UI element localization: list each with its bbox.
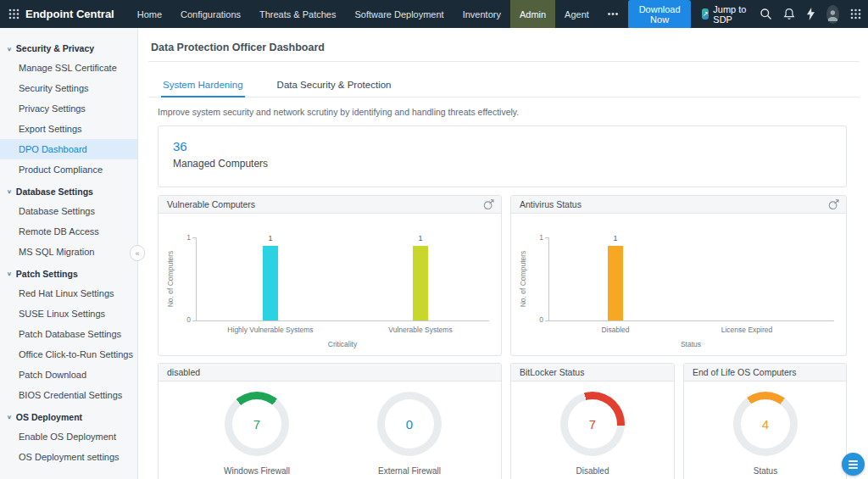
- bar-value: 1: [255, 234, 286, 242]
- sidebar-item-red-hat-linux-settings[interactable]: Red Hat Linux Settings: [0, 283, 137, 304]
- sidebar-section-patch-settings[interactable]: ∨ Patch Settings: [0, 262, 137, 283]
- y-tick-0: 0: [177, 315, 191, 324]
- sidebar-section-os-deployment[interactable]: ∨ OS Deployment: [0, 405, 137, 426]
- section-title: OS Deployment: [16, 412, 82, 422]
- donut-label: External Firewall: [359, 466, 460, 476]
- x-category: Highly Vulnerable Systems: [220, 326, 321, 334]
- donut-label: Windows Firewall: [206, 466, 308, 476]
- y-axis: [548, 237, 549, 320]
- nav-home[interactable]: Home: [128, 0, 171, 28]
- user-avatar[interactable]: [826, 5, 839, 24]
- sidebar-item-security-settings[interactable]: Security Settings: [0, 78, 137, 98]
- page-title: Data Protection Officer Dashboard: [151, 42, 325, 53]
- sidebar-item-product-compliance[interactable]: Product Compliance: [0, 159, 137, 180]
- nav-configurations[interactable]: Configurations: [171, 0, 250, 28]
- chevron-down-icon: ∨: [7, 188, 12, 194]
- tab-bar: System Hardening Data Security & Protect…: [148, 75, 860, 97]
- app-grid-icon[interactable]: [8, 8, 19, 19]
- tab-system-hardening[interactable]: System Hardening: [161, 75, 245, 97]
- sidebar-item-ms-sql-migration[interactable]: MS SQL Migration: [0, 242, 137, 262]
- sidebar-item-dpo-dashboard[interactable]: DPO Dashboard: [0, 139, 137, 159]
- sidebar-item-database-settings[interactable]: Database Settings: [0, 201, 137, 221]
- nav-more[interactable]: •••: [598, 0, 629, 28]
- divider: [148, 61, 860, 62]
- export-icon[interactable]: [483, 199, 494, 210]
- sidebar-item-patch-database-settings[interactable]: Patch Database Settings: [0, 324, 137, 344]
- x-axis: [196, 320, 489, 321]
- sidebar-section-security-privacy[interactable]: ∨ Security & Privacy: [0, 36, 137, 58]
- donut-bitlocker-disabled[interactable]: 7: [560, 392, 625, 456]
- nav-threats-patches[interactable]: Threats & Patches: [250, 0, 346, 28]
- managed-computers-count[interactable]: 36: [173, 139, 187, 153]
- top-navigation: Home Configurations Threats & Patches So…: [128, 0, 629, 28]
- sidebar-item-manage-ssl-certificate[interactable]: Manage SSL Certificate: [0, 58, 137, 78]
- x-axis-label: Status: [564, 340, 818, 348]
- sidebar-item-bios-credential-settings[interactable]: BIOS Credential Settings: [0, 385, 137, 405]
- x-category: Vulnerable Systems: [370, 326, 471, 334]
- sidebar-item-export-settings[interactable]: Export Settings: [0, 119, 137, 139]
- donut-value: 0: [377, 392, 442, 456]
- card-title: disabled: [167, 367, 200, 377]
- download-now-button[interactable]: Download Now: [628, 0, 691, 29]
- sidebar-collapse-handle[interactable]: «: [130, 245, 145, 261]
- card-header: Antivirus Status: [511, 196, 846, 214]
- card-header: End of Life OS Computers: [684, 364, 846, 382]
- sidebar-item-office-click-to-run-settings[interactable]: Office Click-to-Run Settings: [0, 344, 137, 365]
- donut-value: 4: [733, 392, 798, 456]
- apps-menu-icon[interactable]: [850, 8, 861, 19]
- hamburger-menu-icon: [849, 460, 858, 462]
- y-axis-label: No. of Computers: [166, 241, 175, 317]
- topbar-actions: Download Now ↗ Jump to SDP: [628, 0, 861, 29]
- bitlocker-donut: 7 Disabled: [511, 382, 674, 479]
- donut-value: 7: [225, 392, 289, 456]
- export-icon[interactable]: [828, 199, 839, 210]
- floating-menu-button[interactable]: [842, 453, 865, 476]
- donut-external-firewall[interactable]: 0: [377, 392, 442, 456]
- sidebar: ∨ Security & Privacy Manage SSL Certific…: [0, 28, 138, 479]
- app-window: Endpoint Central Home Configurations Thr…: [0, 0, 868, 479]
- bar-chart-vulnerable: No. of Computers 1 0 1 1 Highly Vulnerab…: [159, 214, 501, 354]
- chevron-down-icon: ∨: [7, 45, 12, 51]
- search-icon[interactable]: [760, 8, 772, 20]
- bar-disabled[interactable]: [608, 246, 623, 320]
- hamburger-menu-icon: [849, 467, 858, 469]
- sidebar-section-database-settings[interactable]: ∨ Database Settings: [0, 180, 137, 201]
- donut-eol-status[interactable]: 4: [733, 392, 798, 456]
- sidebar-item-patch-download[interactable]: Patch Download: [0, 365, 137, 385]
- notifications-bell-icon[interactable]: [783, 8, 795, 20]
- bar-highly-vulnerable[interactable]: [263, 246, 278, 320]
- nav-inventory[interactable]: Inventory: [453, 0, 510, 28]
- chevron-down-icon: ∨: [7, 414, 12, 420]
- bar-chart-antivirus: No. of Computers 1 0 1 Disabled License …: [511, 214, 846, 354]
- brand[interactable]: Endpoint Central: [8, 8, 114, 20]
- topbar: Endpoint Central Home Configurations Thr…: [0, 0, 868, 28]
- bitlocker-status-card: BitLocker Status 7 Disabled: [510, 363, 675, 479]
- chevron-down-icon: ∨: [7, 270, 12, 276]
- y-tick-1: 1: [530, 233, 543, 242]
- bar-value: 1: [600, 234, 631, 242]
- bar-vulnerable[interactable]: [413, 246, 428, 320]
- sidebar-item-enable-os-deployment[interactable]: Enable OS Deployment: [0, 426, 137, 447]
- main-content: Data Protection Officer Dashboard System…: [138, 28, 868, 479]
- x-axis-label: Criticality: [215, 340, 470, 348]
- donut-label: Disabled: [542, 466, 643, 476]
- card-header: disabled: [159, 364, 501, 382]
- firewall-donuts: 7 Windows Firewall 0 External Firewall: [159, 382, 501, 479]
- y-tick-0: 0: [530, 315, 543, 324]
- donut-windows-firewall[interactable]: 7: [225, 392, 289, 456]
- sidebar-item-os-deployment-settings[interactable]: OS Deployment settings: [0, 447, 137, 467]
- jump-to-sdp-link[interactable]: ↗ Jump to SDP: [702, 4, 748, 25]
- quick-actions-bolt-icon[interactable]: [806, 8, 815, 20]
- nav-agent[interactable]: Agent: [555, 0, 598, 28]
- sidebar-item-suse-linux-settings[interactable]: SUSE Linux Settings: [0, 304, 137, 324]
- card-header: BitLocker Status: [511, 364, 674, 382]
- y-axis: [196, 237, 197, 320]
- nav-admin[interactable]: Admin: [510, 0, 555, 28]
- x-category: License Expired: [696, 326, 798, 334]
- card-title: Vulnerable Computers: [167, 199, 255, 209]
- section-title: Security & Privacy: [16, 43, 94, 53]
- sidebar-item-remote-db-access[interactable]: Remote DB Access: [0, 221, 137, 242]
- nav-software-deployment[interactable]: Software Deployment: [346, 0, 453, 28]
- sidebar-item-privacy-settings[interactable]: Privacy Settings: [0, 98, 137, 119]
- tab-data-security-protection[interactable]: Data Security & Protection: [275, 75, 393, 97]
